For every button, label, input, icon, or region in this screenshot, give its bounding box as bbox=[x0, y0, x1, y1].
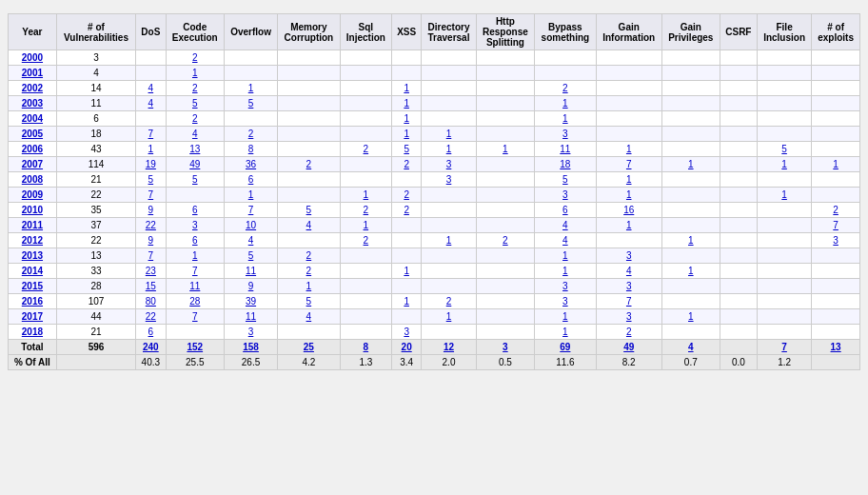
cell-year[interactable]: 2007 bbox=[9, 157, 57, 172]
cell-gain-info: 1 bbox=[596, 188, 661, 203]
cell-csrf bbox=[720, 203, 757, 218]
cell-csrf bbox=[720, 188, 757, 203]
cell-exploits bbox=[812, 188, 860, 203]
cell-year[interactable]: 2015 bbox=[9, 279, 57, 294]
cell-dir: 2 bbox=[422, 294, 476, 309]
cell-bypass: 1 bbox=[535, 248, 596, 264]
cell-code: 4 bbox=[166, 127, 224, 142]
cell-http: 1 bbox=[476, 142, 534, 157]
table-row: 2005 18 7 4 2 1 1 3 bbox=[9, 127, 860, 142]
pct-csrf: 0.0 bbox=[720, 355, 757, 370]
cell-http bbox=[476, 81, 534, 96]
cell-file bbox=[757, 111, 811, 127]
cell-bypass: 1 bbox=[535, 264, 596, 279]
cell-year[interactable]: 2002 bbox=[9, 81, 57, 96]
cell-year[interactable]: 2018 bbox=[9, 325, 57, 340]
cell-code: 11 bbox=[166, 279, 224, 294]
cell-year[interactable]: 2001 bbox=[9, 66, 57, 81]
cell-year[interactable]: 2008 bbox=[9, 172, 57, 188]
cell-mem bbox=[278, 127, 341, 142]
cell-year[interactable]: 2010 bbox=[9, 203, 57, 218]
cell-dir bbox=[422, 66, 476, 81]
cell-overflow: 10 bbox=[225, 218, 278, 233]
cell-code: 28 bbox=[166, 294, 224, 309]
cell-overflow bbox=[225, 111, 278, 127]
cell-gain-priv bbox=[661, 218, 720, 233]
cell-exploits bbox=[812, 248, 860, 264]
cell-code: 5 bbox=[166, 96, 224, 111]
cell-overflow: 5 bbox=[225, 248, 278, 264]
total-xss: 20 bbox=[391, 340, 421, 355]
cell-year[interactable]: 2009 bbox=[9, 188, 57, 203]
cell-sql bbox=[340, 309, 391, 325]
cell-overflow: 36 bbox=[225, 157, 278, 172]
cell-overflow: 1 bbox=[225, 188, 278, 203]
cell-year[interactable]: 2005 bbox=[9, 127, 57, 142]
cell-gain-priv: 1 bbox=[661, 309, 720, 325]
cell-year[interactable]: 2012 bbox=[9, 233, 57, 248]
cell-file bbox=[757, 203, 811, 218]
cell-mem: 2 bbox=[278, 264, 341, 279]
pct-label: % Of All bbox=[9, 355, 57, 370]
cell-sql bbox=[340, 111, 391, 127]
cell-csrf bbox=[720, 248, 757, 264]
cell-file bbox=[757, 325, 811, 340]
cell-http bbox=[476, 218, 534, 233]
cell-dir: 3 bbox=[422, 172, 476, 188]
cell-year[interactable]: 2000 bbox=[9, 50, 57, 66]
col-sql: SqlInjection bbox=[340, 14, 391, 50]
cell-bypass bbox=[535, 66, 596, 81]
cell-year[interactable]: 2016 bbox=[9, 294, 57, 309]
cell-overflow: 2 bbox=[225, 127, 278, 142]
cell-dir bbox=[422, 111, 476, 127]
cell-file: 5 bbox=[757, 142, 811, 157]
cell-year[interactable]: 2017 bbox=[9, 309, 57, 325]
cell-mem: 4 bbox=[278, 218, 341, 233]
cell-gain-priv bbox=[661, 279, 720, 294]
cell-gain-priv bbox=[661, 50, 720, 66]
total-file: 7 bbox=[757, 340, 811, 355]
col-exploits: # ofexploits bbox=[812, 14, 860, 50]
cell-gain-priv bbox=[661, 203, 720, 218]
cell-gain-info: 1 bbox=[596, 218, 661, 233]
cell-csrf bbox=[720, 233, 757, 248]
cell-bypass: 2 bbox=[535, 81, 596, 96]
cell-mem bbox=[278, 111, 341, 127]
cell-csrf bbox=[720, 127, 757, 142]
cell-vuln: 43 bbox=[56, 142, 135, 157]
cell-dir bbox=[422, 218, 476, 233]
cell-code: 2 bbox=[166, 111, 224, 127]
cell-gain-priv: 1 bbox=[661, 264, 720, 279]
table-row: 2016 107 80 28 39 5 1 2 3 7 bbox=[9, 294, 860, 309]
cell-dos: 80 bbox=[136, 294, 166, 309]
cell-exploits bbox=[812, 111, 860, 127]
cell-overflow bbox=[225, 66, 278, 81]
cell-overflow: 39 bbox=[225, 294, 278, 309]
cell-gain-priv bbox=[661, 66, 720, 81]
cell-gain-info: 1 bbox=[596, 172, 661, 188]
cell-year[interactable]: 2014 bbox=[9, 264, 57, 279]
cell-dir: 3 bbox=[422, 157, 476, 172]
cell-mem bbox=[278, 188, 341, 203]
cell-dos: 6 bbox=[136, 325, 166, 340]
cell-file: 1 bbox=[757, 157, 811, 172]
cell-exploits bbox=[812, 127, 860, 142]
cell-bypass: 4 bbox=[535, 218, 596, 233]
pct-gain-priv: 0.7 bbox=[661, 355, 720, 370]
cell-dos: 15 bbox=[136, 279, 166, 294]
cell-http bbox=[476, 279, 534, 294]
cell-vuln: 44 bbox=[56, 309, 135, 325]
cell-mem: 2 bbox=[278, 248, 341, 264]
cell-http bbox=[476, 157, 534, 172]
cell-http bbox=[476, 294, 534, 309]
cell-year[interactable]: 2013 bbox=[9, 248, 57, 264]
total-exploits: 13 bbox=[812, 340, 860, 355]
cell-year[interactable]: 2003 bbox=[9, 96, 57, 111]
cell-mem bbox=[278, 325, 341, 340]
cell-csrf bbox=[720, 279, 757, 294]
cell-year[interactable]: 2004 bbox=[9, 111, 57, 127]
cell-year[interactable]: 2006 bbox=[9, 142, 57, 157]
cell-csrf bbox=[720, 81, 757, 96]
cell-year[interactable]: 2011 bbox=[9, 218, 57, 233]
cell-code: 2 bbox=[166, 81, 224, 96]
